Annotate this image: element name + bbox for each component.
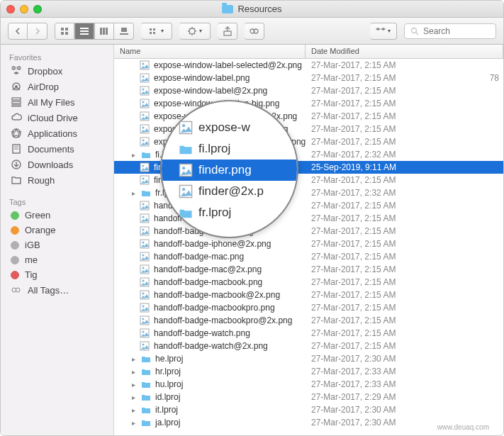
tags-button[interactable] <box>245 23 264 40</box>
folder-icon <box>141 188 151 198</box>
tag-label: Tig <box>25 269 38 280</box>
file-row[interactable]: handoff-badge-ipad@2x.png27-Mar-2017, 2:… <box>114 212 503 225</box>
file-row[interactable]: handoff-badge-watch@2x.png27-Mar-2017, 2… <box>114 340 503 352</box>
tags-header: Tags <box>1 195 113 208</box>
sidebar-item-all-my-files[interactable]: All My Files <box>1 94 113 110</box>
sidebar-item-dropbox[interactable]: Dropbox <box>1 63 113 79</box>
search-field[interactable] <box>404 23 496 39</box>
arrange-button[interactable]: ▾ <box>141 23 172 40</box>
tag-item-me[interactable]: me <box>1 252 113 267</box>
svg-point-80 <box>182 188 185 191</box>
file-row[interactable]: ▸he.lproj27-Mar-2017, 2:30 AM <box>114 352 503 365</box>
sidebar-item-label: Dropbox <box>28 66 62 77</box>
disclosure-triangle-icon[interactable]: ▸ <box>130 419 137 427</box>
file-row[interactable]: ▸hu.lproj27-Mar-2017, 2:33 AM <box>114 378 503 391</box>
search-input[interactable] <box>423 26 487 36</box>
back-button[interactable] <box>8 23 28 40</box>
file-row[interactable]: expose-window-label@2x.png27-Mar-2017, 2… <box>114 84 503 97</box>
titlebar[interactable]: Resources <box>1 1 503 18</box>
file-row[interactable]: handoff-badge-macbook.png27-Mar-2017, 2:… <box>114 276 503 289</box>
file-row[interactable]: ▸it.lproj27-Mar-2017, 2:30 AM <box>114 403 503 416</box>
file-name: handoff-badge-mac.png <box>154 252 244 262</box>
forward-button[interactable] <box>28 23 47 40</box>
sidebar-item-icloud-drive[interactable]: iCloud Drive <box>1 110 113 125</box>
folder-icon <box>141 354 151 364</box>
tag-color-icon <box>11 211 19 220</box>
sidebar-item-rough[interactable]: Rough <box>1 172 113 188</box>
file-row[interactable]: handoff-badge-macbookpro.png27-Mar-2017,… <box>114 301 503 314</box>
sidebar-item-airdrop[interactable]: AirDrop <box>1 79 113 94</box>
svg-point-34 <box>142 63 145 65</box>
file-row[interactable]: handoff-badge-watch.png27-Mar-2017, 2:15… <box>114 327 503 340</box>
tag-item-green[interactable]: Green <box>1 208 113 223</box>
file-date: 27-Mar-2017, 2:15 AM <box>311 226 396 236</box>
file-row[interactable]: expose-window-label.png27-Mar-2017, 2:15… <box>114 72 503 84</box>
file-row[interactable]: expose-window-label-selected@2x.png27-Ma… <box>114 59 503 72</box>
dropbox-icon <box>11 65 22 77</box>
coverflow-view-button[interactable] <box>114 23 134 40</box>
file-name: handoff-badge-macbookpro@2x.png <box>154 315 292 325</box>
dropbox-button[interactable]: ▾ <box>370 23 397 40</box>
svg-rect-25 <box>12 105 21 106</box>
file-date: 27-Mar-2017, 2:30 AM <box>311 405 396 415</box>
tag-item-all-tags-[interactable]: All Tags… <box>1 282 113 298</box>
list-view-button[interactable] <box>74 23 94 40</box>
file-name: handoff-badge-macbookpro.png <box>154 303 275 313</box>
svg-point-52 <box>142 203 145 206</box>
image-file-icon <box>140 239 150 249</box>
file-row[interactable]: handoff-badge-iphone@2x.png27-Mar-2017, … <box>114 237 503 250</box>
tag-item-orange[interactable]: Orange <box>1 223 113 237</box>
folder-icon <box>141 367 151 376</box>
file-rows[interactable]: expose-window-label-selected@2x.png27-Ma… <box>114 59 503 435</box>
svg-rect-4 <box>80 28 89 29</box>
share-button[interactable] <box>218 23 237 40</box>
file-date: 27-Mar-2017, 2:29 AM <box>311 392 396 402</box>
svg-point-68 <box>142 306 145 308</box>
file-row[interactable]: ▸hr.lproj27-Mar-2017, 2:33 AM <box>114 365 503 378</box>
disclosure-triangle-icon[interactable]: ▸ <box>130 393 137 401</box>
svg-point-20 <box>412 28 417 33</box>
folder-icon <box>141 379 151 389</box>
sidebar-item-documents[interactable]: Documents <box>1 141 113 157</box>
disclosure-triangle-icon[interactable]: ▸ <box>130 355 137 363</box>
file-row[interactable]: handoff-badge-mac@2x.png27-Mar-2017, 2:1… <box>114 263 503 276</box>
finder-window: Resources ▾ ▾ ▾ <box>0 0 504 436</box>
window-title: Resources <box>1 4 503 14</box>
file-row[interactable]: expose-window-selection-big@2x.png27-Mar… <box>114 110 503 123</box>
file-date: 27-Mar-2017, 2:15 AM <box>311 111 396 121</box>
svg-point-48 <box>142 165 145 167</box>
file-row[interactable]: expose-window-selection-big.png27-Mar-20… <box>114 97 503 110</box>
action-button[interactable]: ▾ <box>179 23 211 40</box>
icon-view-button[interactable] <box>55 23 74 40</box>
file-row[interactable]: handoff-badge-macbook@2x.png27-Mar-2017,… <box>114 289 503 301</box>
disclosure-triangle-icon[interactable]: ▸ <box>130 151 137 159</box>
magnifier-overlay: expose-wfi.lprojfinder.pngfinder@2x.pfr.… <box>160 100 298 238</box>
magnifier-row: fi.lproj <box>162 138 297 160</box>
file-row[interactable]: ▸id.lproj27-Mar-2017, 2:29 AM <box>114 391 503 403</box>
file-row[interactable]: handoff-badge-mac.png27-Mar-2017, 2:15 A… <box>114 250 503 263</box>
file-date: 27-Mar-2017, 2:15 AM <box>311 239 396 249</box>
column-name-header[interactable]: Name <box>114 45 306 58</box>
file-name: it.lproj <box>155 405 178 415</box>
column-view-button[interactable] <box>94 23 114 40</box>
file-row[interactable]: handoff-badge-iphone.png27-Mar-2017, 2:1… <box>114 225 503 237</box>
tag-color-icon <box>11 256 19 264</box>
tag-item-igb[interactable]: iGB <box>1 237 113 252</box>
docs-icon <box>11 143 22 155</box>
sidebar-item-downloads[interactable]: Downloads <box>1 157 113 172</box>
disclosure-triangle-icon[interactable]: ▸ <box>130 406 137 414</box>
disclosure-triangle-icon[interactable]: ▸ <box>130 189 137 197</box>
file-date: 27-Mar-2017, 2:33 AM <box>311 367 396 376</box>
column-date-header[interactable]: Date Modified <box>306 45 503 58</box>
sidebar-item-applications[interactable]: Applications <box>1 125 113 141</box>
tag-item-tig[interactable]: Tig <box>1 267 113 282</box>
file-name: expose-window-label-selected@2x.png <box>154 60 302 70</box>
sidebar-item-label: iCloud Drive <box>28 113 78 123</box>
sidebar-item-label: AirDrop <box>28 82 59 92</box>
image-file-icon <box>140 328 150 338</box>
disclosure-triangle-icon[interactable]: ▸ <box>130 368 137 376</box>
file-row[interactable]: handoff-badge-macbookpro@2x.png27-Mar-20… <box>114 314 503 327</box>
svg-point-36 <box>142 76 145 78</box>
disclosure-triangle-icon[interactable]: ▸ <box>130 381 137 389</box>
svg-point-50 <box>142 178 145 180</box>
